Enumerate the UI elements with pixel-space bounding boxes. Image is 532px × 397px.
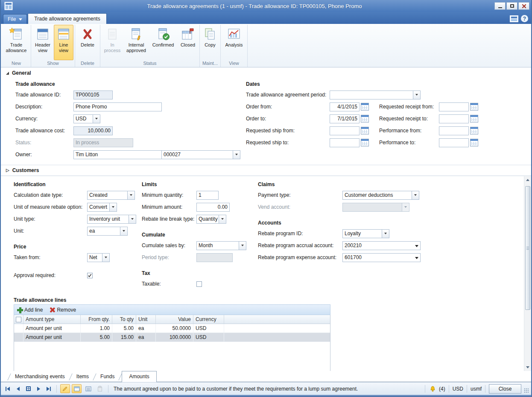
cell-unit[interactable]: ea [136, 324, 156, 333]
line-view-button[interactable]: Line view [54, 25, 73, 60]
chevron-down-icon[interactable] [110, 203, 117, 212]
chevron-down-icon[interactable] [239, 241, 246, 250]
calendar-icon[interactable] [470, 115, 478, 123]
customers-section-header[interactable]: ▷ Customers [1, 165, 531, 176]
previous-record-button[interactable] [14, 385, 22, 393]
chevron-down-icon[interactable] [412, 191, 419, 200]
cell-value[interactable]: 50.0000 [156, 324, 193, 333]
taken-from-select[interactable]: Net [87, 253, 110, 262]
last-record-button[interactable] [44, 385, 53, 393]
order-from-input[interactable]: 4/1/2015 [330, 102, 360, 111]
closed-button[interactable]: Closed [178, 25, 198, 60]
column-header-amount-type[interactable]: Amount type [23, 315, 81, 324]
trade-allowance-id-field[interactable]: TP000105 [73, 90, 113, 99]
resize-grip[interactable] [524, 388, 529, 393]
maximize-button[interactable] [506, 2, 517, 10]
cell-currency[interactable]: USD [193, 324, 224, 333]
internal-approved-button[interactable]: Internal approved [124, 25, 149, 60]
general-section-header[interactable]: General [1, 67, 531, 79]
first-record-button[interactable] [3, 385, 12, 393]
cell-from-qty[interactable]: 1.00 [81, 324, 112, 333]
cell-to-qty[interactable]: 5.00 [112, 324, 136, 333]
tab-items[interactable]: Items [72, 372, 93, 382]
details-view-button[interactable] [72, 384, 82, 393]
chevron-down-icon[interactable] [233, 150, 240, 159]
cumulate-sales-by-value[interactable]: Month [196, 241, 239, 250]
uom-rebate-option-select[interactable]: Convert [87, 203, 117, 212]
requested-ship-from-input[interactable] [330, 126, 360, 135]
edit-record-button[interactable] [60, 384, 70, 393]
table-row-selected[interactable]: Amount per unit 5.00 15.00 ea 100.0000 U… [14, 333, 330, 342]
delete-button[interactable]: Delete [76, 25, 99, 60]
currency-select[interactable]: USD [73, 114, 100, 123]
tab-funds[interactable]: Funds [96, 372, 119, 382]
expense-account-lookup[interactable]: 601700 [342, 253, 421, 262]
close-window-button[interactable] [518, 2, 529, 10]
cell-unit[interactable]: ea [136, 333, 156, 342]
unit-type-value[interactable]: Inventory unit [87, 215, 129, 224]
chevron-down-icon[interactable] [120, 227, 128, 236]
owner-name-field[interactable]: Tim Litton [73, 150, 162, 159]
column-header-currency[interactable]: Currency [193, 315, 224, 324]
calendar-icon[interactable] [361, 115, 369, 123]
list-view-button[interactable] [83, 384, 93, 393]
approval-required-checkbox[interactable] [87, 273, 93, 278]
grid-view-button[interactable] [24, 385, 32, 393]
trade-allowance-cost-field[interactable]: 10,000.00 [73, 126, 113, 135]
next-record-button[interactable] [34, 385, 43, 393]
calendar-icon[interactable] [470, 139, 478, 146]
unit-select[interactable]: ea [87, 227, 128, 236]
notifications-button[interactable] [429, 385, 437, 393]
cell-amount-type[interactable]: Amount per unit [23, 333, 81, 342]
calendar-icon[interactable] [361, 139, 369, 146]
requested-receipt-from-input[interactable] [439, 102, 469, 111]
minimum-quantity-input[interactable]: 1 [196, 191, 219, 200]
calculation-date-type-value[interactable]: Created [87, 191, 128, 200]
performance-from-input[interactable] [439, 126, 469, 135]
rebate-line-break-type-select[interactable]: Quantity [196, 215, 226, 224]
chevron-down-icon[interactable] [129, 215, 136, 224]
tab-amounts[interactable]: Amounts [122, 371, 156, 382]
calendar-icon[interactable] [361, 103, 369, 111]
chevron-down-icon[interactable] [219, 215, 226, 224]
uom-rebate-option-value[interactable]: Convert [87, 203, 110, 212]
column-header-from-qty[interactable]: From qty. [81, 315, 112, 324]
unit-type-select[interactable]: Inventory unit [87, 215, 136, 224]
taxable-checkbox[interactable] [196, 281, 202, 287]
cell-to-qty[interactable]: 15.00 [112, 333, 136, 342]
calendar-icon[interactable] [361, 127, 369, 134]
copy-button[interactable]: Copy [201, 25, 219, 60]
chevron-down-icon[interactable] [128, 191, 135, 200]
scrollbar-track[interactable] [524, 184, 532, 364]
order-to-input[interactable]: 7/1/2015 [330, 114, 360, 123]
taken-from-value[interactable]: Net [87, 253, 102, 262]
unit-value[interactable]: ea [87, 227, 120, 236]
add-line-button[interactable]: Add line [17, 307, 43, 313]
rebate-line-break-type-value[interactable]: Quantity [196, 215, 219, 224]
header-view-button[interactable]: Header view [32, 25, 53, 60]
remove-line-button[interactable]: Remove [50, 307, 76, 313]
requested-receipt-to-input[interactable] [439, 114, 469, 123]
calculation-date-type-select[interactable]: Created [87, 191, 135, 200]
layout-icon[interactable] [510, 15, 518, 22]
cell-value[interactable]: 100.0000 [156, 333, 193, 342]
cumulate-sales-by-select[interactable]: Month [196, 241, 246, 250]
vertical-scrollbar[interactable] [524, 176, 531, 371]
column-header-value[interactable]: Value [156, 315, 193, 324]
help-icon[interactable]: ? [521, 15, 528, 22]
agreement-period-value[interactable] [330, 90, 413, 99]
chevron-down-icon[interactable] [102, 253, 110, 262]
trade-allowance-new-button[interactable]: Trade allowance [3, 25, 29, 60]
tab-trade-allowance-agreements[interactable]: Trade allowance agreements [28, 13, 106, 24]
chevron-down-icon[interactable] [413, 90, 421, 99]
cell-currency[interactable]: USD [193, 333, 224, 342]
column-header-unit[interactable]: Unit [136, 315, 156, 324]
cell-amount-type[interactable]: Amount per unit [23, 324, 81, 333]
column-header-to-qty[interactable]: To qty [112, 315, 136, 324]
currency-indicator[interactable]: USD [453, 386, 463, 392]
tab-merchandising-events[interactable]: Merchandising events [11, 372, 69, 382]
description-field[interactable]: Phone Promo [73, 102, 162, 111]
requested-ship-to-input[interactable] [330, 138, 360, 147]
minimum-amount-input[interactable]: 0.00 [196, 203, 230, 212]
rebate-program-id-value[interactable]: Loyalty [342, 229, 382, 238]
